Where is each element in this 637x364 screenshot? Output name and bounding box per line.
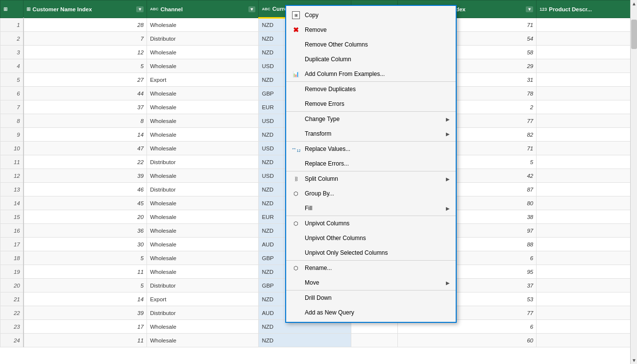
cell-row-num: 12 — [0, 169, 24, 183]
menu-label-group_by: Group By... — [305, 190, 450, 197]
menu-label-unpivot_other_columns: Unpivot Other Columns — [305, 235, 450, 242]
cell-channel: Wholesale — [147, 169, 259, 183]
fill-icon — [290, 203, 302, 213]
cell-row-num: 21 — [0, 292, 24, 306]
menu-item-remove_errors[interactable]: Remove Errors — [286, 97, 456, 111]
menu-label-duplicate_column: Duplicate Column — [305, 56, 450, 63]
cell-product-desc — [537, 59, 637, 73]
cell-channel: Wholesale — [147, 210, 259, 224]
replace_errors-icon — [290, 159, 302, 169]
cell-channel: Distributor — [147, 183, 259, 196]
cell-row-num: 16 — [0, 224, 24, 238]
menu-item-fill[interactable]: Fill▶ — [286, 201, 456, 216]
unpivot_columns-icon: ⬡ — [290, 218, 302, 228]
cell-product-desc — [537, 169, 637, 183]
menu-item-unpivot_columns[interactable]: ⬡Unpivot Columns — [286, 216, 456, 231]
scrollbar-up-arrow[interactable]: ▲ — [632, 1, 637, 6]
cell-customer-name-index: 28 — [24, 18, 147, 32]
menu-label-drill_down: Drill Down — [305, 294, 450, 301]
menu-item-unpivot_other_columns[interactable]: Unpivot Other Columns — [286, 231, 456, 245]
scrollbar[interactable]: ▲ ▼ — [630, 0, 637, 364]
cell-product-desc — [537, 306, 637, 320]
menu-item-copy[interactable]: ⊞Copy — [286, 8, 456, 23]
cell-product-desc — [537, 114, 637, 128]
menu-label-change_type: Change Type — [305, 116, 446, 122]
col-label-channel: Channel — [161, 6, 183, 12]
cell-customer-name-index: 7 — [24, 32, 147, 46]
menu-label-transform: Transform — [305, 130, 446, 137]
cell-customer-name-index: 11 — [24, 334, 147, 347]
menu-label-unpivot_only_selected: Unpivot Only Selected Columns — [305, 249, 450, 256]
menu-label-replace_errors: Replace Errors... — [305, 160, 450, 167]
cell-customer-name-index: 5 — [24, 59, 147, 73]
col-header-customer-name-index[interactable]: ⊞Customer Name Index▼ — [24, 0, 147, 18]
menu-label-remove: Remove — [305, 26, 450, 33]
cell-row-num: 7 — [0, 100, 24, 114]
submenu-arrow-fill: ▶ — [446, 206, 450, 211]
group_by-icon: ⬡ — [290, 189, 302, 198]
cell-product-desc — [537, 238, 637, 251]
cell-channel: Wholesale — [147, 128, 259, 142]
filter-btn-delivery-region-index[interactable]: ▼ — [526, 6, 533, 12]
cell-product-desc — [537, 87, 637, 100]
cell-row-num: 17 — [0, 238, 24, 251]
submenu-arrow-transform: ▶ — [446, 131, 450, 137]
col-header-product-desc[interactable]: 123Product Descr... — [537, 0, 637, 18]
cell-customer-name-index: 46 — [24, 183, 147, 196]
menu-item-add_column_from_examples[interactable]: 📊Add Column From Examples... — [286, 67, 456, 81]
cell-row-num: 22 — [0, 306, 24, 320]
cell-row-num: 11 — [0, 155, 24, 169]
col-label-product-desc: Product Descr... — [549, 6, 592, 12]
menu-item-change_type[interactable]: Change Type▶ — [286, 111, 456, 126]
unpivot_other_columns-icon — [290, 233, 302, 243]
filter-btn-customer-name-index[interactable]: ▼ — [136, 6, 144, 12]
cell-product-desc — [537, 196, 637, 210]
col-header-channel[interactable]: ABCChannel▼ — [147, 0, 259, 18]
menu-item-rename[interactable]: ⬡Rename... — [286, 260, 456, 275]
menu-label-fill: Fill — [305, 205, 446, 212]
cell-customer-name-index: 47 — [24, 142, 147, 155]
filter-btn-channel[interactable]: ▼ — [248, 6, 256, 12]
menu-item-move[interactable]: Move▶ — [286, 275, 456, 290]
remove-icon: ✖ — [290, 25, 302, 35]
scrollbar-down-arrow[interactable]: ▼ — [632, 358, 637, 363]
menu-item-drill_down[interactable]: Drill Down — [286, 290, 456, 305]
cell-channel: Wholesale — [147, 320, 259, 334]
menu-item-add_as_new_query[interactable]: Add as New Query — [286, 305, 456, 320]
cell-customer-name-index: 45 — [24, 196, 147, 210]
menu-item-remove_other_columns[interactable]: Remove Other Columns — [286, 37, 456, 52]
cell-row-num: 6 — [0, 87, 24, 100]
menu-item-replace_errors[interactable]: Replace Errors... — [286, 156, 456, 171]
menu-item-replace_values[interactable]: ↔12Replace Values... — [286, 141, 456, 156]
remove_duplicates-icon — [290, 84, 302, 94]
cell-channel: Wholesale — [147, 224, 259, 238]
cell-customer-name-index: 14 — [24, 128, 147, 142]
cell-channel: Wholesale — [147, 251, 259, 265]
scrollbar-thumb[interactable] — [631, 20, 637, 49]
menu-item-group_by[interactable]: ⬡Group By... — [286, 186, 456, 201]
menu-item-transform[interactable]: Transform▶ — [286, 126, 456, 141]
menu-label-rename: Rename... — [305, 265, 450, 271]
rename-icon: ⬡ — [290, 263, 302, 273]
cell-product-desc — [537, 251, 637, 265]
cell-channel: Export — [147, 73, 259, 87]
cell-product-desc — [537, 32, 637, 46]
cell-row-num: 15 — [0, 210, 24, 224]
menu-item-remove_duplicates[interactable]: Remove Duplicates — [286, 81, 456, 97]
menu-item-remove[interactable]: ✖Remove — [286, 23, 456, 37]
cell-customer-name-index: 22 — [24, 155, 147, 169]
cell-customer-name-index: 39 — [24, 306, 147, 320]
menu-item-unpivot_only_selected[interactable]: Unpivot Only Selected Columns — [286, 245, 456, 260]
submenu-arrow-split_column: ▶ — [446, 176, 450, 182]
cell-row-num: 5 — [0, 73, 24, 87]
col-header-rownum: ⊞ — [0, 0, 24, 18]
cell-customer-name-index: 30 — [24, 238, 147, 251]
menu-item-duplicate_column[interactable]: Duplicate Column — [286, 52, 456, 67]
cell-delivery-region-index: 60 — [397, 334, 536, 347]
cell-product-desc — [537, 279, 637, 292]
table-row[interactable]: 2411WholesaleNZD60 — [0, 334, 637, 347]
menu-label-replace_values: Replace Values... — [305, 146, 450, 152]
menu-item-split_column[interactable]: ⧚Split Column▶ — [286, 171, 456, 186]
menu-label-remove_errors: Remove Errors — [305, 100, 450, 107]
cell-row-num: 23 — [0, 320, 24, 334]
